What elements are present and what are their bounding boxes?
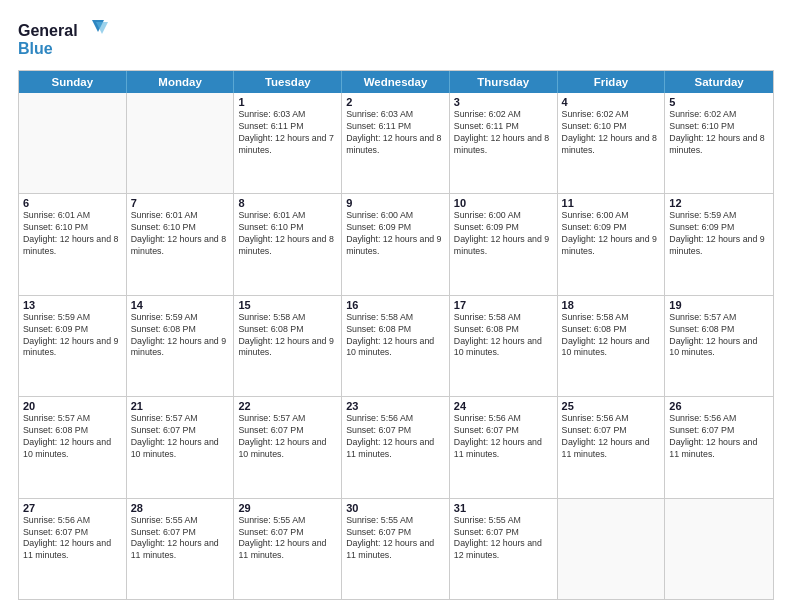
calendar-cell: 7Sunrise: 6:01 AM Sunset: 6:10 PM Daylig… <box>127 194 235 294</box>
day-number: 22 <box>238 400 337 412</box>
day-number: 11 <box>562 197 661 209</box>
calendar-cell <box>19 93 127 193</box>
day-number: 16 <box>346 299 445 311</box>
day-number: 2 <box>346 96 445 108</box>
calendar-cell: 19Sunrise: 5:57 AM Sunset: 6:08 PM Dayli… <box>665 296 773 396</box>
cell-info: Sunrise: 6:01 AM Sunset: 6:10 PM Dayligh… <box>131 210 230 258</box>
cell-info: Sunrise: 5:59 AM Sunset: 6:09 PM Dayligh… <box>23 312 122 360</box>
calendar-cell: 25Sunrise: 5:56 AM Sunset: 6:07 PM Dayli… <box>558 397 666 497</box>
day-number: 24 <box>454 400 553 412</box>
calendar-cell <box>558 499 666 599</box>
day-number: 17 <box>454 299 553 311</box>
weekday-header: Monday <box>127 71 235 93</box>
cell-info: Sunrise: 5:55 AM Sunset: 6:07 PM Dayligh… <box>454 515 553 563</box>
day-number: 7 <box>131 197 230 209</box>
cell-info: Sunrise: 5:56 AM Sunset: 6:07 PM Dayligh… <box>669 413 769 461</box>
calendar-cell: 29Sunrise: 5:55 AM Sunset: 6:07 PM Dayli… <box>234 499 342 599</box>
weekday-header: Thursday <box>450 71 558 93</box>
day-number: 29 <box>238 502 337 514</box>
cell-info: Sunrise: 5:56 AM Sunset: 6:07 PM Dayligh… <box>562 413 661 461</box>
cell-info: Sunrise: 5:57 AM Sunset: 6:07 PM Dayligh… <box>131 413 230 461</box>
svg-text:General: General <box>18 22 78 39</box>
cell-info: Sunrise: 6:03 AM Sunset: 6:11 PM Dayligh… <box>346 109 445 157</box>
calendar-row: 20Sunrise: 5:57 AM Sunset: 6:08 PM Dayli… <box>19 396 773 497</box>
cell-info: Sunrise: 6:02 AM Sunset: 6:10 PM Dayligh… <box>562 109 661 157</box>
calendar-cell: 30Sunrise: 5:55 AM Sunset: 6:07 PM Dayli… <box>342 499 450 599</box>
weekday-header: Tuesday <box>234 71 342 93</box>
calendar-cell: 11Sunrise: 6:00 AM Sunset: 6:09 PM Dayli… <box>558 194 666 294</box>
calendar-cell: 27Sunrise: 5:56 AM Sunset: 6:07 PM Dayli… <box>19 499 127 599</box>
svg-text:Blue: Blue <box>18 40 53 57</box>
calendar-cell: 3Sunrise: 6:02 AM Sunset: 6:11 PM Daylig… <box>450 93 558 193</box>
calendar-row: 1Sunrise: 6:03 AM Sunset: 6:11 PM Daylig… <box>19 93 773 193</box>
calendar-cell: 26Sunrise: 5:56 AM Sunset: 6:07 PM Dayli… <box>665 397 773 497</box>
day-number: 30 <box>346 502 445 514</box>
page-header: General Blue <box>18 18 774 60</box>
calendar-cell: 5Sunrise: 6:02 AM Sunset: 6:10 PM Daylig… <box>665 93 773 193</box>
cell-info: Sunrise: 6:02 AM Sunset: 6:10 PM Dayligh… <box>669 109 769 157</box>
day-number: 1 <box>238 96 337 108</box>
day-number: 10 <box>454 197 553 209</box>
cell-info: Sunrise: 5:55 AM Sunset: 6:07 PM Dayligh… <box>131 515 230 563</box>
calendar-cell: 28Sunrise: 5:55 AM Sunset: 6:07 PM Dayli… <box>127 499 235 599</box>
calendar-cell <box>665 499 773 599</box>
cell-info: Sunrise: 5:58 AM Sunset: 6:08 PM Dayligh… <box>238 312 337 360</box>
cell-info: Sunrise: 5:56 AM Sunset: 6:07 PM Dayligh… <box>346 413 445 461</box>
weekday-header: Wednesday <box>342 71 450 93</box>
cell-info: Sunrise: 6:01 AM Sunset: 6:10 PM Dayligh… <box>23 210 122 258</box>
weekday-header: Saturday <box>665 71 773 93</box>
day-number: 18 <box>562 299 661 311</box>
calendar-row: 27Sunrise: 5:56 AM Sunset: 6:07 PM Dayli… <box>19 498 773 599</box>
day-number: 4 <box>562 96 661 108</box>
calendar-cell: 18Sunrise: 5:58 AM Sunset: 6:08 PM Dayli… <box>558 296 666 396</box>
day-number: 31 <box>454 502 553 514</box>
day-number: 21 <box>131 400 230 412</box>
calendar-cell: 22Sunrise: 5:57 AM Sunset: 6:07 PM Dayli… <box>234 397 342 497</box>
cell-info: Sunrise: 5:59 AM Sunset: 6:08 PM Dayligh… <box>131 312 230 360</box>
calendar-cell: 15Sunrise: 5:58 AM Sunset: 6:08 PM Dayli… <box>234 296 342 396</box>
calendar-cell <box>127 93 235 193</box>
cell-info: Sunrise: 6:03 AM Sunset: 6:11 PM Dayligh… <box>238 109 337 157</box>
day-number: 14 <box>131 299 230 311</box>
cell-info: Sunrise: 5:58 AM Sunset: 6:08 PM Dayligh… <box>562 312 661 360</box>
cell-info: Sunrise: 5:56 AM Sunset: 6:07 PM Dayligh… <box>23 515 122 563</box>
cell-info: Sunrise: 5:56 AM Sunset: 6:07 PM Dayligh… <box>454 413 553 461</box>
cell-info: Sunrise: 6:00 AM Sunset: 6:09 PM Dayligh… <box>346 210 445 258</box>
cell-info: Sunrise: 6:00 AM Sunset: 6:09 PM Dayligh… <box>562 210 661 258</box>
calendar-cell: 16Sunrise: 5:58 AM Sunset: 6:08 PM Dayli… <box>342 296 450 396</box>
logo-svg: General Blue <box>18 18 108 60</box>
calendar: SundayMondayTuesdayWednesdayThursdayFrid… <box>18 70 774 600</box>
day-number: 9 <box>346 197 445 209</box>
cell-info: Sunrise: 6:02 AM Sunset: 6:11 PM Dayligh… <box>454 109 553 157</box>
day-number: 20 <box>23 400 122 412</box>
calendar-cell: 23Sunrise: 5:56 AM Sunset: 6:07 PM Dayli… <box>342 397 450 497</box>
calendar-cell: 24Sunrise: 5:56 AM Sunset: 6:07 PM Dayli… <box>450 397 558 497</box>
calendar-row: 6Sunrise: 6:01 AM Sunset: 6:10 PM Daylig… <box>19 193 773 294</box>
calendar-body: 1Sunrise: 6:03 AM Sunset: 6:11 PM Daylig… <box>19 93 773 599</box>
day-number: 26 <box>669 400 769 412</box>
calendar-cell: 4Sunrise: 6:02 AM Sunset: 6:10 PM Daylig… <box>558 93 666 193</box>
calendar-cell: 2Sunrise: 6:03 AM Sunset: 6:11 PM Daylig… <box>342 93 450 193</box>
calendar-cell: 10Sunrise: 6:00 AM Sunset: 6:09 PM Dayli… <box>450 194 558 294</box>
day-number: 12 <box>669 197 769 209</box>
logo: General Blue <box>18 18 108 60</box>
day-number: 8 <box>238 197 337 209</box>
cell-info: Sunrise: 5:55 AM Sunset: 6:07 PM Dayligh… <box>238 515 337 563</box>
cell-info: Sunrise: 6:01 AM Sunset: 6:10 PM Dayligh… <box>238 210 337 258</box>
day-number: 27 <box>23 502 122 514</box>
day-number: 19 <box>669 299 769 311</box>
calendar-cell: 31Sunrise: 5:55 AM Sunset: 6:07 PM Dayli… <box>450 499 558 599</box>
calendar-cell: 14Sunrise: 5:59 AM Sunset: 6:08 PM Dayli… <box>127 296 235 396</box>
calendar-cell: 13Sunrise: 5:59 AM Sunset: 6:09 PM Dayli… <box>19 296 127 396</box>
calendar-page: General Blue SundayMondayTuesdayWednesda… <box>0 0 792 612</box>
calendar-cell: 8Sunrise: 6:01 AM Sunset: 6:10 PM Daylig… <box>234 194 342 294</box>
calendar-row: 13Sunrise: 5:59 AM Sunset: 6:09 PM Dayli… <box>19 295 773 396</box>
cell-info: Sunrise: 5:55 AM Sunset: 6:07 PM Dayligh… <box>346 515 445 563</box>
calendar-cell: 6Sunrise: 6:01 AM Sunset: 6:10 PM Daylig… <box>19 194 127 294</box>
cell-info: Sunrise: 5:58 AM Sunset: 6:08 PM Dayligh… <box>346 312 445 360</box>
calendar-cell: 21Sunrise: 5:57 AM Sunset: 6:07 PM Dayli… <box>127 397 235 497</box>
cell-info: Sunrise: 6:00 AM Sunset: 6:09 PM Dayligh… <box>454 210 553 258</box>
day-number: 28 <box>131 502 230 514</box>
cell-info: Sunrise: 5:57 AM Sunset: 6:08 PM Dayligh… <box>23 413 122 461</box>
weekday-header: Sunday <box>19 71 127 93</box>
